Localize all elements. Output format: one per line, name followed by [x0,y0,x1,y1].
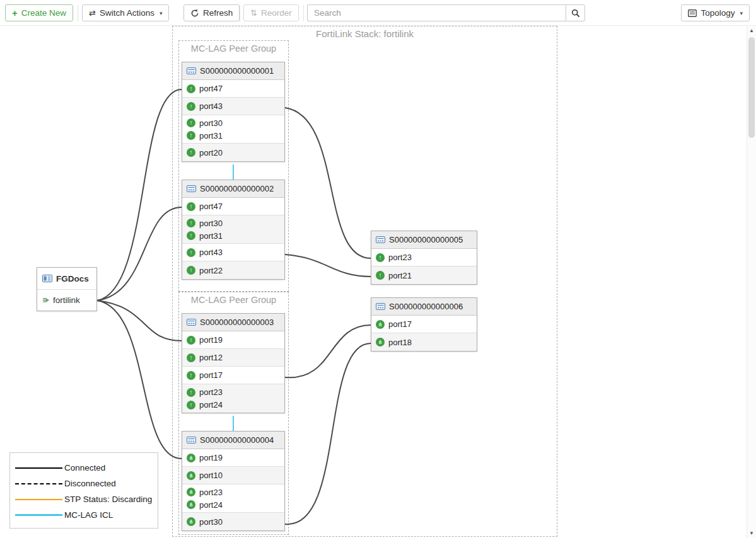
scrollbar-thumb[interactable] [748,37,755,138]
port-label: port22 [199,266,223,275]
switch-header[interactable]: S000000000000001 [182,62,284,80]
search-input[interactable] [307,4,566,21]
toolbar-divider [240,5,240,21]
fortigate-row[interactable]: FGDocs [37,268,96,289]
switch-node-s1[interactable]: S000000000000001 ↑port47 ↑port43 ↑port30… [182,62,285,162]
switch-node-s3[interactable]: S000000000000003 ↑port19 ↑port12 ↑port17… [182,313,285,413]
port-row[interactable]: ⋔port18 [371,333,477,351]
port-row[interactable]: ↑port23 ↑port24 [182,384,284,413]
edge-fortilink-sw1-port47 [97,89,182,300]
port-up-icon: ↑ [376,253,385,262]
switch-actions-icon: ⇄ [89,9,96,17]
port-row[interactable]: ↑port21 [371,266,477,284]
fortilink-interface-row[interactable]: ⋔ fortilink [37,289,96,311]
topology-view-icon [688,9,697,17]
port-row[interactable]: ↑port17 [182,367,284,384]
topology-dropdown-button[interactable]: Topology ▾ [681,4,750,21]
port-row[interactable]: ⋔port30 [182,513,284,530]
scroll-down-arrow-icon[interactable]: ▼ [747,529,756,538]
lag-port-icon: ⋔ [376,338,385,346]
fortilink-icon: ⋔ [41,297,50,304]
fortigate-node[interactable]: FGDocs ⋔ fortilink [37,267,97,311]
plus-icon: + [12,8,18,18]
port-row[interactable]: ↑port23 [371,249,477,266]
vertical-scrollbar[interactable]: ▲ ▼ [747,26,756,538]
legend-row-connected: Connected [10,460,158,476]
switch-actions-button[interactable]: ⇄ Switch Actions ▾ [82,4,169,21]
legend-label: Connected [64,463,105,472]
port-row[interactable]: ↑port43 [182,244,284,261]
switch-node-s6[interactable]: S000000000000006 ⋔port17 ⋔port18 [371,297,477,352]
port-row[interactable]: ↑port19 [182,331,284,349]
create-new-label: Create New [21,8,66,18]
port-label: port21 [388,271,412,280]
lag-port-icon: ⋔ [187,488,195,496]
port-row[interactable]: ↑port47 [182,80,284,98]
port-up-icon: ↑ [187,219,195,227]
port-label: port47 [199,84,223,93]
search-group [307,4,585,21]
switch-header[interactable]: S000000000000002 [182,180,284,198]
port-row[interactable]: ↑port22 [182,261,284,279]
mclag-peer-group-1-label: MC-LAG Peer Group [178,43,289,54]
port-label: port31 [199,231,223,241]
port-label: port17 [199,370,223,380]
port-row[interactable]: ⋔port19 [182,449,284,467]
legend-label: MC-LAG ICL [64,510,113,520]
switch-name: S000000000000004 [200,435,274,445]
port-label: port31 [199,131,223,140]
port-up-icon: ↑ [187,336,195,345]
switch-node-s5[interactable]: S000000000000005 ↑port23 ↑port21 [371,231,477,285]
switch-name: S000000000000005 [389,235,463,244]
port-label: port24 [199,500,223,510]
switch-name: S000000000000006 [389,302,463,311]
fortilink-stack-label: FortiLink Stack: fortilink [172,28,557,39]
legend-label: Disconnected [64,479,116,488]
switch-name: S000000000000003 [200,318,274,327]
port-row[interactable]: ↑port30 ↑port31 [182,215,284,244]
switch-header[interactable]: S000000000000005 [371,231,477,249]
port-label: port23 [199,387,223,397]
switch-header[interactable]: S000000000000004 [182,432,284,449]
create-new-button[interactable]: + Create New [5,4,73,21]
switch-actions-label: Switch Actions [100,8,154,18]
port-up-icon: ↑ [187,102,195,111]
switch-icon [187,185,196,192]
port-row[interactable]: ↑port12 [182,349,284,367]
switch-header[interactable]: S000000000000003 [182,314,284,331]
port-row[interactable]: ↑port20 [182,144,284,161]
port-row[interactable]: ⋔port10 [182,467,284,484]
port-row[interactable]: ↑port30 ↑port31 [182,115,284,144]
reorder-button[interactable]: ⇅ Reorder [243,4,299,21]
port-label: port12 [199,353,223,362]
port-label: port20 [199,148,223,157]
port-row[interactable]: ⋔port23 ⋔port24 [182,484,284,513]
port-label: port19 [199,453,223,462]
port-label: port30 [199,517,223,527]
fortilink-interface-name: fortilink [53,295,80,305]
reorder-label: Reorder [261,8,292,18]
toolbar-divider [303,5,304,21]
port-up-icon: ↑ [187,84,195,93]
switch-node-s4[interactable]: S000000000000004 ⋔port19 ⋔port10 ⋔port23… [182,431,285,531]
switch-node-s2[interactable]: S000000000000002 ↑port47 ↑port30 ↑port31… [182,180,285,280]
lag-port-icon: ⋔ [187,517,195,526]
port-up-icon: ↑ [187,266,195,275]
switch-header[interactable]: S000000000000006 [371,298,477,316]
switch-name: S000000000000002 [200,184,274,193]
port-row[interactable]: ⋔port17 [371,316,477,333]
port-up-icon: ↑ [187,353,195,362]
connected-line-sample [15,467,62,469]
port-up-icon: ↑ [187,371,195,380]
fortigate-name: FGDocs [56,274,89,283]
port-label: port23 [199,488,223,497]
scroll-up-arrow-icon[interactable]: ▲ [747,26,756,35]
chevron-down-icon: ▾ [160,10,163,16]
toolbar-divider [78,5,78,21]
port-row[interactable]: ↑port47 [182,198,284,215]
refresh-button[interactable]: Refresh [183,4,240,21]
search-button[interactable] [566,4,585,21]
port-label: port23 [388,253,412,262]
mclag-peer-group-2-label: MC-LAG Peer Group [178,295,289,305]
port-row[interactable]: ↑port43 [182,98,284,115]
